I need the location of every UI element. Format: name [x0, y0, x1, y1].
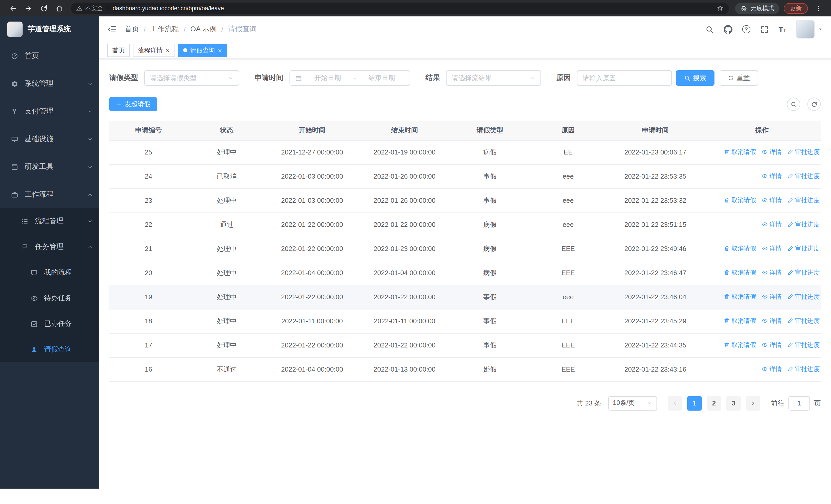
tab-leave-query[interactable]: 请假查询 ×	[178, 43, 227, 57]
action-progress-link[interactable]: 审批进度	[787, 317, 820, 325]
action-progress-link[interactable]: 审批进度	[787, 172, 820, 181]
browser-menu-icon[interactable]	[812, 2, 824, 14]
action-cancel-link[interactable]: 取消请假	[724, 268, 756, 277]
toolbox-icon	[10, 163, 19, 171]
page-button-1[interactable]: 1	[687, 396, 701, 410]
tab-close-icon[interactable]: ×	[166, 47, 170, 54]
sidebar-item-system-mgmt[interactable]: 系统管理	[0, 70, 99, 97]
workflow-submenu: 流程管理 任务管理 我的流程 待办任务 已办	[0, 208, 99, 362]
sidebar-item-my-process[interactable]: 我的流程	[0, 260, 99, 285]
action-detail-link[interactable]: 详情	[762, 172, 782, 181]
sidebar-item-task-mgmt[interactable]: 任务管理	[0, 234, 99, 260]
action-progress-link[interactable]: 审批进度	[787, 220, 820, 229]
breadcrumb-workflow[interactable]: 工作流程	[150, 25, 179, 34]
cell-id: 21	[109, 237, 188, 261]
apply-time-range-picker[interactable]: 开始日期 - 结束日期	[289, 70, 410, 86]
action-detail-link[interactable]: 详情	[762, 341, 782, 350]
cell-type: 事假	[451, 188, 529, 212]
cell-type: 事假	[451, 309, 529, 333]
chrome-update-button[interactable]: 更新	[784, 3, 808, 13]
table-row: 19处理中2022-01-22 00:00:002022-01-22 00:00…	[109, 285, 821, 309]
action-detail-link[interactable]: 详情	[762, 220, 782, 229]
url-text[interactable]: dashboard.yudao.iocoder.cn/bpm/oa/leave	[113, 5, 224, 11]
action-progress-link[interactable]: 审批进度	[787, 365, 820, 374]
action-cancel-link[interactable]: 取消请假	[724, 244, 756, 253]
cell-actions: 详情审批进度	[704, 164, 821, 188]
sidebar-item-payment-mgmt[interactable]: ¥ 支付管理	[0, 97, 99, 125]
page-button-3[interactable]: 3	[726, 396, 741, 410]
font-size-icon[interactable]: TT	[778, 25, 786, 34]
tab-close-icon[interactable]: ×	[218, 47, 222, 54]
apply-time-filter: 申请时间 开始日期 - 结束日期	[255, 70, 410, 86]
action-cancel-link[interactable]: 取消请假	[724, 196, 756, 205]
fullscreen-icon[interactable]	[760, 25, 769, 34]
action-detail-link[interactable]: 详情	[762, 365, 782, 374]
sidebar-item-home[interactable]: 首页	[0, 42, 99, 70]
action-progress-link[interactable]: 审批进度	[787, 268, 820, 277]
delete-icon	[724, 149, 730, 155]
action-cancel-link[interactable]: 取消请假	[724, 293, 756, 301]
refresh-table-button[interactable]	[807, 97, 821, 111]
address-bar[interactable]: 不安全 dashboard.yudao.iocoder.cn/bpm/oa/le…	[71, 2, 729, 14]
pagination: 共 23 条 10条/页 1 2 3 前往 页	[109, 396, 821, 410]
help-icon[interactable]: ?	[742, 25, 750, 33]
monitor-icon	[10, 135, 19, 143]
action-progress-link[interactable]: 审批进度	[787, 196, 820, 205]
github-icon[interactable]	[723, 25, 732, 34]
tab-process-detail[interactable]: 流程详情 ×	[133, 43, 175, 57]
cell-reason: eee	[529, 212, 607, 237]
edit-icon	[787, 197, 794, 204]
user-menu[interactable]	[796, 20, 823, 38]
sidebar-item-workflow[interactable]: 工作流程	[0, 181, 99, 208]
reset-button[interactable]: 重置	[720, 70, 758, 86]
check-square-icon	[30, 320, 38, 328]
action-progress-link[interactable]: 审批进度	[787, 341, 820, 350]
sidebar-item-todo-tasks[interactable]: 待办任务	[0, 285, 99, 311]
sidebar-item-process-mgmt[interactable]: 流程管理	[0, 208, 99, 234]
edit-icon	[787, 173, 794, 179]
sidebar-item-infrastructure[interactable]: 基础设施	[0, 125, 99, 153]
action-detail-link[interactable]: 详情	[762, 244, 782, 253]
breadcrumb-home[interactable]: 首页	[125, 25, 139, 34]
result-select[interactable]: 请选择流结果	[446, 70, 541, 86]
sidebar-item-leave-query[interactable]: 请假查询	[0, 337, 99, 362]
action-cancel-link[interactable]: 取消请假	[724, 148, 756, 156]
action-progress-link[interactable]: 审批进度	[787, 293, 820, 301]
site-security-indicator[interactable]: 不安全	[76, 4, 103, 12]
sidebar-collapse-icon[interactable]	[107, 25, 116, 34]
goto-page-input[interactable]	[789, 396, 810, 410]
toggle-search-button[interactable]	[787, 97, 800, 111]
browser-back-button[interactable]	[7, 2, 19, 14]
navbar-actions: ? TT	[705, 20, 823, 38]
action-detail-link[interactable]: 详情	[762, 293, 782, 301]
bookmark-star-icon[interactable]	[717, 5, 724, 12]
sidebar-item-dev-tools[interactable]: 研发工具	[0, 153, 99, 181]
tab-home[interactable]: 首页	[107, 43, 130, 57]
create-leave-button[interactable]: 发起请假	[109, 97, 157, 111]
action-detail-link[interactable]: 详情	[762, 196, 782, 205]
search-button[interactable]: 搜索	[676, 70, 715, 86]
action-detail-link[interactable]: 详情	[762, 268, 782, 277]
action-detail-link[interactable]: 详情	[762, 148, 782, 156]
list-icon	[21, 217, 29, 225]
browser-home-button[interactable]	[53, 2, 65, 14]
search-icon[interactable]	[705, 25, 714, 34]
page-button-2[interactable]: 2	[707, 396, 721, 410]
action-detail-link[interactable]: 详情	[762, 317, 782, 325]
reason-input[interactable]	[577, 70, 672, 86]
action-progress-link[interactable]: 审批进度	[787, 148, 820, 156]
browser-reload-button[interactable]	[37, 2, 50, 14]
browser-forward-button[interactable]	[22, 2, 34, 14]
cell-actions: 取消请假详情审批进度	[704, 237, 821, 261]
action-cancel-link[interactable]: 取消请假	[724, 317, 756, 325]
action-progress-link[interactable]: 审批进度	[787, 244, 820, 253]
next-page-button[interactable]	[746, 396, 760, 410]
sidebar-item-done-tasks[interactable]: 已办任务	[0, 311, 99, 337]
table-row: 24已取消2022-01-03 00:00:002022-01-26 00:00…	[109, 164, 821, 188]
breadcrumb-oa-example[interactable]: OA 示例	[191, 25, 217, 34]
cell-id: 17	[109, 333, 188, 357]
action-cancel-link[interactable]: 取消请假	[724, 341, 756, 350]
page-size-select[interactable]: 10条/页	[608, 396, 657, 410]
leave-type-select[interactable]: 请选择请假类型	[144, 70, 239, 86]
prev-page-button[interactable]	[668, 396, 682, 410]
